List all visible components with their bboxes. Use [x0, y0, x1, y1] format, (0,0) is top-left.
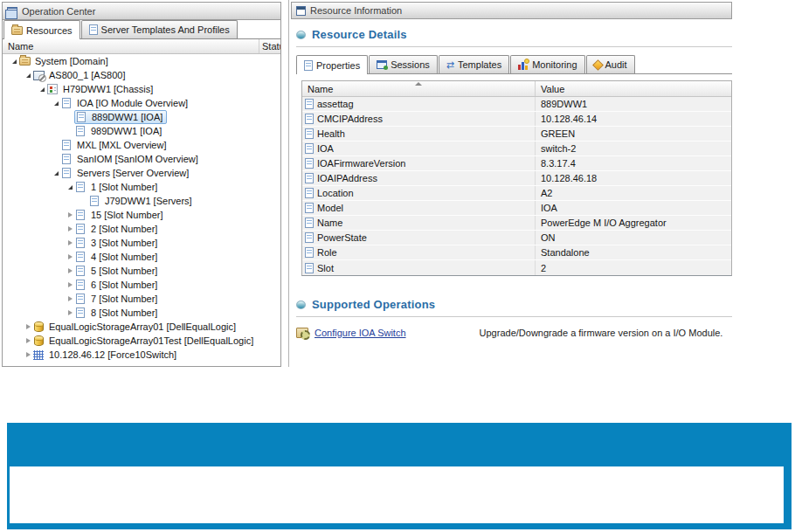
tree-item-slot-15[interactable]: 15 [Slot Number]	[3, 208, 280, 222]
expander-icon[interactable]	[66, 240, 74, 245]
tree-item-slot-6[interactable]: 6 [Slot Number]	[3, 278, 280, 292]
expander-icon[interactable]	[66, 185, 74, 190]
tree-item-saniom[interactable]: SanIOM [SanIOM Overview]	[3, 152, 280, 166]
tree-item-989dww1[interactable]: 989DWW1 [IOA]	[3, 124, 280, 138]
expander-icon[interactable]	[10, 59, 18, 64]
column-header-name[interactable]: Name	[302, 81, 536, 96]
expander-icon[interactable]	[24, 352, 32, 357]
table-row[interactable]: IOAswitch-2	[302, 142, 731, 156]
table-row[interactable]: PowerStateON	[302, 231, 731, 245]
expander-icon[interactable]	[66, 268, 74, 273]
switch-icon	[33, 350, 44, 360]
expander-icon[interactable]	[52, 171, 60, 176]
tab-resources[interactable]: Resources	[3, 20, 80, 39]
tree-item-slot-3[interactable]: 3 [Slot Number]	[3, 236, 280, 250]
configure-ioa-switch-link[interactable]: Configure IOA Switch	[315, 328, 406, 338]
tree-column-header: Name Status	[3, 39, 280, 54]
expander-icon[interactable]	[24, 73, 32, 78]
expander-icon[interactable]	[52, 101, 60, 106]
table-row[interactable]: NamePowerEdge M I/O Aggregator	[302, 216, 731, 231]
resource-details-heading: Resource Details	[296, 28, 732, 41]
left-tab-bar: Resources Server Templates And Profiles	[3, 20, 280, 39]
document-icon	[76, 210, 85, 220]
document-icon	[76, 280, 85, 290]
tree-item-slot-7[interactable]: 7 [Slot Number]	[3, 292, 280, 306]
expander-icon[interactable]	[66, 296, 74, 301]
document-icon	[305, 128, 314, 139]
tree-item-h79dww1[interactable]: H79DWW1 [Chassis]	[3, 82, 280, 96]
audit-icon	[592, 59, 604, 71]
section-orb-icon	[296, 301, 306, 309]
resource-information-titlebar: Resource Information	[291, 2, 732, 19]
tab-label: Audit	[605, 59, 627, 70]
tree-item-system[interactable]: System [Domain]	[3, 54, 280, 68]
tab-server-templates-and-profiles[interactable]: Server Templates And Profiles	[81, 20, 238, 38]
document-icon	[76, 224, 85, 234]
panel-title: Operation Center	[22, 6, 95, 17]
expander-icon[interactable]	[66, 310, 74, 315]
document-icon	[305, 263, 314, 273]
expander-icon[interactable]	[66, 212, 74, 218]
table-row[interactable]: assettag889DWW1	[302, 97, 731, 112]
tree-item-j79dww1[interactable]: J79DWW1 [Servers]	[3, 194, 280, 208]
table-row[interactable]: LocationA2	[302, 186, 731, 201]
tree-item-slot-4[interactable]: 4 [Slot Number]	[3, 250, 280, 264]
expander-icon[interactable]	[24, 338, 32, 343]
expander-icon[interactable]	[24, 324, 32, 329]
tab-label: Resources	[26, 25, 73, 36]
table-row[interactable]: CMCIPAddress10.128.46.14	[302, 112, 731, 127]
separator	[296, 316, 732, 317]
details-tab-bar: Properties Sessions Templates Monitoring…	[296, 54, 732, 74]
tree-item-slot-1[interactable]: 1 [Slot Number]	[3, 180, 280, 194]
tree-item-force10-switch[interactable]: 10.128.46.12 [Force10Switch]	[3, 348, 280, 362]
table-row[interactable]: ModelIOA	[302, 201, 731, 216]
tab-label: Templates	[458, 59, 501, 70]
tab-audit[interactable]: Audit	[586, 55, 635, 73]
expander-icon[interactable]	[66, 254, 74, 259]
document-icon	[305, 173, 314, 183]
column-header-name[interactable]: Name	[3, 39, 259, 53]
table-row[interactable]: IOAFirmwareVersion8.3.17.4	[302, 156, 731, 171]
expander-icon[interactable]	[66, 226, 74, 231]
table-row[interactable]: HealthGREEN	[302, 127, 731, 142]
document-icon	[90, 196, 99, 206]
tree-item-equallogic-01[interactable]: EqualLogicStorageArray01 [DellEqualLogic…	[3, 320, 280, 334]
tab-label: Monitoring	[532, 59, 577, 70]
tree-item-slot-2[interactable]: 2 [Slot Number]	[3, 222, 280, 236]
column-header-value[interactable]: Value	[536, 81, 731, 96]
column-header-status[interactable]: Status	[259, 39, 280, 53]
tree-item-servers[interactable]: Servers [Server Overview]	[3, 166, 280, 180]
expander-icon[interactable]	[38, 87, 46, 92]
tab-monitoring[interactable]: Monitoring	[510, 55, 584, 73]
table-row[interactable]: Slot2	[302, 260, 731, 275]
document-icon	[305, 143, 314, 154]
annotation-callout-box	[7, 423, 792, 529]
tree-item-as800-1[interactable]: AS800_1 [AS800]	[3, 68, 280, 82]
document-icon	[76, 294, 85, 304]
tab-sessions[interactable]: Sessions	[369, 55, 438, 73]
table-row[interactable]: IOAIPAddress10.128.46.18	[302, 171, 731, 186]
tab-properties[interactable]: Properties	[296, 55, 368, 74]
tree-item-889dww1-selected[interactable]: 889DWW1 [IOA]	[3, 110, 280, 124]
document-icon	[305, 188, 314, 198]
tree-item-slot-8[interactable]: 8 [Slot Number]	[3, 306, 280, 320]
monitoring-icon	[518, 59, 529, 70]
tree-item-ioa[interactable]: IOA [IO Module Overview]	[3, 96, 280, 110]
document-icon	[89, 24, 98, 35]
document-icon	[305, 203, 314, 213]
document-icon	[77, 112, 86, 122]
chassis-icon	[47, 84, 58, 94]
tree-item-equallogic-01-test[interactable]: EqualLogicStorageArray01Test [DellEqualL…	[3, 334, 280, 348]
operation-center-titlebar: Operation Center	[3, 3, 280, 20]
tab-label: Sessions	[391, 59, 430, 70]
tab-templates[interactable]: Templates	[439, 55, 509, 73]
tab-label: Server Templates And Profiles	[101, 24, 230, 35]
sessions-icon	[377, 60, 387, 69]
expander-icon[interactable]	[66, 282, 74, 287]
section-orb-icon	[296, 31, 306, 39]
tree-item-mxl[interactable]: MXL [MXL Overview]	[3, 138, 280, 152]
document-icon	[76, 238, 85, 248]
properties-table: Name Value assettag889DWW1 CMCIPAddress1…	[301, 80, 732, 276]
table-row[interactable]: RoleStandalone	[302, 245, 731, 260]
tree-item-slot-5[interactable]: 5 [Slot Number]	[3, 264, 280, 278]
